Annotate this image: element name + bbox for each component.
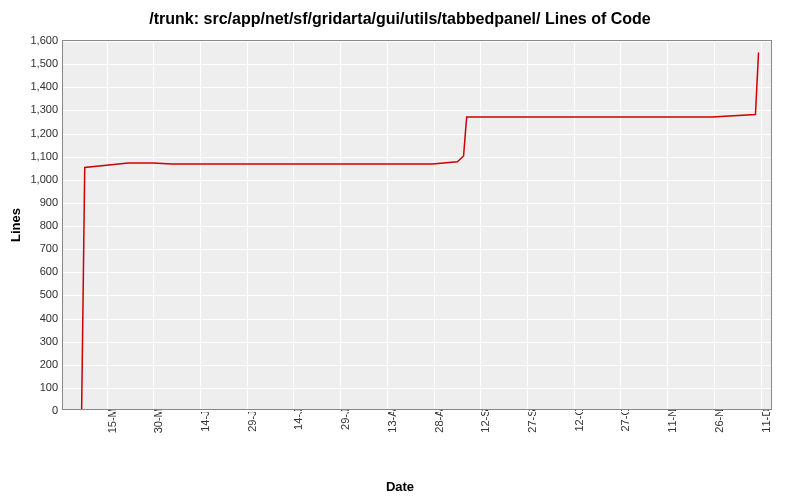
y-tick-label: 500 [40,288,58,300]
y-tick-label: 100 [40,381,58,393]
y-tick-label: 1,400 [30,80,58,92]
plot-area [62,40,772,410]
y-tick-label: 1,300 [30,103,58,115]
y-tick-label: 1,600 [30,34,58,46]
y-tick-label: 1,200 [30,127,58,139]
y-tick-label: 900 [40,196,58,208]
y-tick-label: 0 [52,404,58,416]
chart-title: /trunk: src/app/net/sf/gridarta/gui/util… [0,0,800,28]
y-tick-label: 600 [40,265,58,277]
y-tick-label: 200 [40,358,58,370]
y-tick-label: 800 [40,219,58,231]
y-tick-label: 1,000 [30,173,58,185]
y-tick-label: 700 [40,242,58,254]
y-tick-label: 1,100 [30,150,58,162]
data-line [63,41,771,409]
y-axis-label: Lines [8,208,23,242]
y-tick-label: 1,500 [30,57,58,69]
chart-container: /trunk: src/app/net/sf/gridarta/gui/util… [0,0,800,500]
y-tick-label: 400 [40,312,58,324]
y-tick-label: 300 [40,335,58,347]
x-axis-label: Date [386,479,414,494]
